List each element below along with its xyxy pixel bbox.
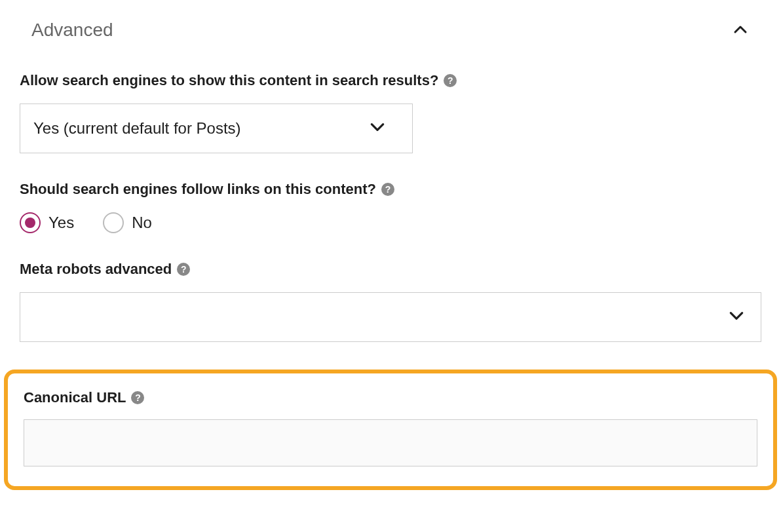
panel-header[interactable]: Advanced	[20, 20, 761, 41]
allow-search-label-text: Allow search engines to show this conten…	[20, 72, 438, 89]
canonical-highlight: Canonical URL ?	[4, 370, 777, 490]
allow-search-select[interactable]: Yes (current default for Posts)	[20, 104, 413, 153]
chevron-down-icon	[728, 307, 745, 327]
help-icon[interactable]: ?	[381, 183, 394, 196]
chevron-down-icon	[369, 119, 386, 138]
follow-links-yes-label: Yes	[48, 214, 74, 232]
follow-links-field: Should search engines follow links on th…	[20, 181, 761, 233]
advanced-panel: Advanced Allow search engines to show th…	[0, 0, 781, 497]
follow-links-label-text: Should search engines follow links on th…	[20, 181, 376, 198]
meta-robots-label-text: Meta robots advanced	[20, 261, 172, 278]
allow-search-value: Yes (current default for Posts)	[33, 119, 241, 138]
canonical-url-input[interactable]	[24, 419, 757, 466]
radio-icon	[103, 212, 124, 233]
canonical-label-text: Canonical URL	[24, 389, 126, 406]
follow-links-yes-radio[interactable]: Yes	[20, 212, 74, 233]
allow-search-label: Allow search engines to show this conten…	[20, 72, 761, 89]
panel-title: Advanced	[20, 20, 113, 41]
help-icon[interactable]: ?	[177, 263, 190, 276]
follow-links-no-radio[interactable]: No	[103, 212, 152, 233]
help-icon[interactable]: ?	[131, 391, 144, 404]
help-icon[interactable]: ?	[444, 74, 457, 87]
canonical-label: Canonical URL ?	[24, 389, 757, 406]
follow-links-no-label: No	[132, 214, 152, 232]
chevron-up-icon[interactable]	[733, 22, 748, 38]
meta-robots-label: Meta robots advanced ?	[20, 261, 761, 278]
radio-dot-icon	[25, 218, 35, 228]
meta-robots-select[interactable]	[20, 292, 761, 342]
allow-search-field: Allow search engines to show this conten…	[20, 72, 761, 153]
follow-links-label: Should search engines follow links on th…	[20, 181, 761, 198]
meta-robots-field: Meta robots advanced ?	[20, 261, 761, 342]
follow-links-radio-group: Yes No	[20, 212, 761, 233]
radio-icon	[20, 212, 41, 233]
